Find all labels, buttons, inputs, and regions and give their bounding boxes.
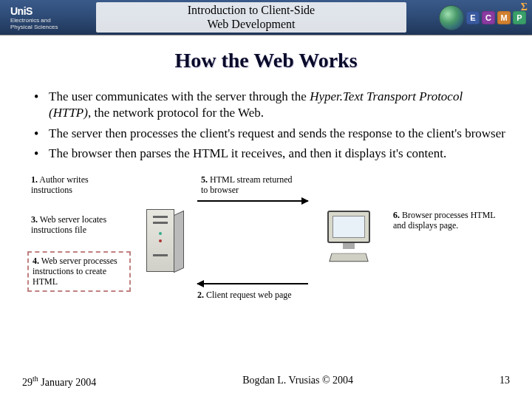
step-6-text: Browser processes HTML and displays page…	[393, 210, 495, 231]
step-5: 5. HTML stream returned to browser	[201, 175, 297, 196]
footer-author: Bogdan L. Vrusias © 2004	[242, 375, 353, 389]
footer-date: 29th January 2004	[22, 375, 96, 389]
course-title-line2: Web Development	[96, 18, 406, 31]
diagram: 1. Author writes instructions 3. Web ser…	[31, 172, 510, 320]
sigma-icon: Σ	[521, 1, 528, 13]
step-2-text: Client request web page	[206, 290, 292, 300]
bullet-2: The server then processes the client's r…	[34, 126, 507, 142]
arrow-client-to-server	[197, 283, 308, 284]
step-6: 6. Browser processes HTML and displays p…	[393, 211, 504, 231]
bullet-3: The browser then parses the HTML it rece…	[34, 146, 507, 162]
arrow-server-to-client	[197, 200, 308, 202]
footer-day-suffix: th	[33, 375, 38, 383]
slide-footer: 29th January 2004 Bogdan L. Vrusias © 20…	[0, 375, 532, 389]
step-5-num: 5.	[201, 174, 208, 185]
step-2-num: 2.	[197, 290, 204, 300]
slide-header: UniS Electronics and Physical Sciences I…	[0, 0, 532, 35]
client-computer-icon	[316, 211, 382, 284]
slide-title: How the Web Works	[0, 49, 532, 72]
bullet-1: The user communicates with the server th…	[34, 89, 507, 121]
step-1-num: 1.	[31, 174, 38, 185]
step-6-num: 6.	[393, 210, 400, 220]
step-3-text: Web server locates instructions file	[31, 214, 106, 235]
step-3: 3. Web server locates instructions file	[31, 215, 127, 236]
step-1-text: Author writes instructions	[31, 174, 89, 195]
footer-date-rest: January 2004	[38, 377, 97, 388]
server-icon	[142, 202, 201, 283]
step-5-text: HTML stream returned to browser	[201, 174, 293, 195]
badge-m: M	[497, 11, 511, 24]
logo-text: UniS	[10, 5, 89, 17]
step-3-num: 3.	[31, 214, 38, 225]
footer-page-number: 13	[499, 375, 510, 389]
badge-c: C	[482, 11, 495, 24]
bullet-1-prefix: The user communicates with the server th…	[49, 89, 310, 103]
step-4-text: Web server processes instructions to cre…	[33, 256, 117, 287]
header-right-block: Σ E C M P	[414, 0, 532, 35]
globe-icon	[439, 5, 464, 30]
bullet-1-suffix: , the network protocol for the Web.	[88, 106, 264, 120]
bullet-list: The user communicates with the server th…	[34, 89, 507, 162]
step-2: 2. Client request web page	[197, 290, 292, 301]
logo-subtitle-2: Physical Sciences	[10, 24, 89, 30]
step-1: 1. Author writes instructions	[31, 175, 127, 196]
header-title-box: Introduction to Client-Side Web Developm…	[96, 2, 406, 33]
badge-e: E	[466, 11, 480, 24]
logo-subtitle-1: Electronics and	[10, 17, 89, 24]
header-logo-block: UniS Electronics and Physical Sciences	[0, 0, 89, 35]
footer-day: 29	[22, 377, 33, 388]
course-title-line1: Introduction to Client-Side	[96, 4, 406, 17]
step-4-num: 4.	[33, 256, 39, 266]
step-4: 4. Web server processes instructions to …	[31, 255, 127, 288]
